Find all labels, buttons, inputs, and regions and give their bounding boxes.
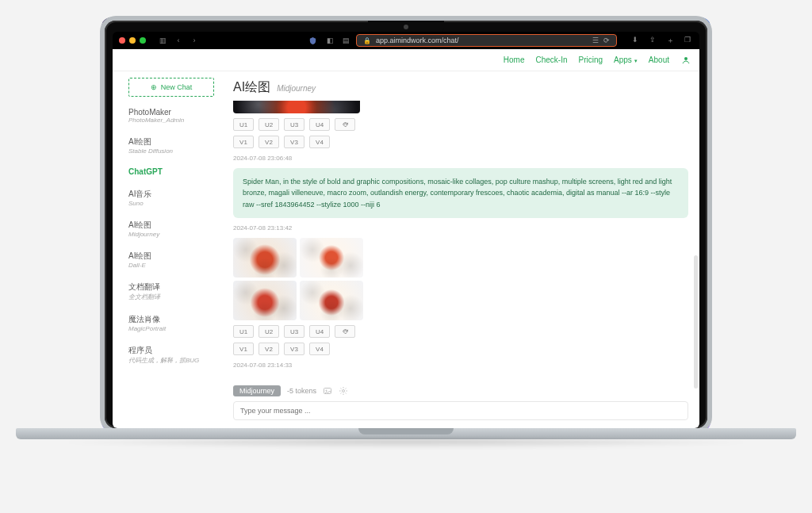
browser-chrome: ▥ ‹ › ◧ ▤ 🔒 app.aimindwork.com/chat/ ☰ ⟳…: [113, 32, 699, 49]
svg-point-0: [684, 57, 688, 60]
chat-log[interactable]: U1 U2 U3 U4 V1 V2 V3 V4: [222, 101, 699, 381]
sidebar-item-subtitle: 全文档翻译: [128, 293, 214, 301]
shield-icon[interactable]: [308, 36, 320, 45]
upscale-u1-button[interactable]: U1: [233, 325, 254, 338]
result-image-4[interactable]: [300, 281, 363, 320]
minimize-window-icon[interactable]: [129, 37, 136, 44]
sidebar-item-title: 程序员: [128, 345, 214, 356]
reroll-button[interactable]: [335, 118, 355, 131]
sidebar-item-subtitle: Dall-E: [128, 262, 214, 269]
user-avatar-icon[interactable]: [680, 55, 691, 66]
timestamp: 2024-07-08 23:13:42: [233, 224, 688, 232]
sidebar-item-magicportrait[interactable]: 魔法肖像 MagicPortrait: [128, 312, 214, 339]
window-controls[interactable]: [119, 37, 146, 44]
chat-header: AI绘图 Midjourney: [222, 71, 699, 101]
variation-v3-button[interactable]: V3: [284, 136, 304, 148]
nav-pricing[interactable]: Pricing: [578, 56, 603, 64]
reroll-button[interactable]: [335, 325, 355, 338]
result-image-3[interactable]: [233, 281, 297, 320]
message-input[interactable]: [233, 401, 688, 420]
extensions-icon[interactable]: ◧: [324, 36, 335, 44]
sidebar-item-chatgpt[interactable]: ChatGPT: [128, 166, 214, 182]
scrollbar-thumb[interactable]: [694, 255, 698, 389]
maximize-window-icon[interactable]: [140, 37, 146, 44]
variation-v4-button[interactable]: V4: [309, 136, 330, 148]
nav-home[interactable]: Home: [504, 56, 525, 64]
upscale-u4-button[interactable]: U4: [309, 118, 330, 131]
sidebar-item-photomaker[interactable]: PhotoMaker PhotoMaker_Admin: [128, 106, 214, 130]
result-image-2[interactable]: [300, 238, 363, 278]
tabs-icon[interactable]: ❐: [682, 36, 693, 46]
new-chat-button[interactable]: ⊕ New Chat: [128, 78, 214, 97]
lock-icon: 🔒: [363, 37, 371, 44]
variation-v1-button[interactable]: V1: [233, 136, 254, 148]
variation-v1-button[interactable]: V1: [233, 343, 254, 355]
sidebar-item-subtitle: PhotoMaker_Admin: [128, 117, 214, 124]
upscale-u2-button[interactable]: U2: [259, 118, 279, 131]
sidebar-item-subtitle: 代码生成，解释，抓BUG: [128, 356, 214, 365]
forward-icon[interactable]: ›: [189, 36, 200, 44]
sidebar-item-midjourney[interactable]: AI绘图 Midjourney: [128, 218, 214, 244]
sidebar-toggle-icon[interactable]: ▥: [157, 36, 168, 44]
sidebar-item-subtitle: Suno: [128, 200, 214, 207]
app-root: Home Check-In Pricing Apps About ⊕ New C…: [113, 49, 699, 428]
user-prompt-bubble: Spider Man, in the style of bold and gra…: [233, 168, 688, 218]
timestamp: 2024-07-08 23:14:33: [233, 362, 688, 369]
image-attach-icon[interactable]: [323, 386, 332, 396]
variation-v3-button[interactable]: V3: [284, 343, 304, 355]
sidebar-item-title: 魔法肖像: [128, 314, 214, 325]
result-grid: [233, 238, 688, 320]
top-nav: Home Check-In Pricing Apps About: [113, 49, 699, 71]
variation-v2-button[interactable]: V2: [259, 136, 279, 148]
result-thumbnails-prev: [233, 101, 688, 113]
sidebar-item-doctranslate[interactable]: 文档翻译 全文档翻译: [128, 280, 214, 308]
reader-mode-icon[interactable]: ☰: [592, 36, 599, 44]
new-tab-icon[interactable]: ＋: [665, 36, 676, 46]
plus-icon: ⊕: [151, 83, 157, 91]
refresh-icon: [342, 328, 349, 335]
back-icon[interactable]: ‹: [173, 36, 184, 44]
settings-gear-icon[interactable]: [339, 386, 348, 396]
upscale-u3-button[interactable]: U3: [284, 118, 304, 131]
sidebar-item-suno[interactable]: AI音乐 Suno: [128, 187, 214, 213]
laptop-deck: [16, 428, 796, 439]
reload-icon[interactable]: ⟳: [603, 36, 610, 44]
nav-apps-dropdown[interactable]: Apps: [614, 56, 638, 64]
sidebar-item-programmer[interactable]: 程序员 代码生成，解释，抓BUG: [128, 343, 214, 371]
page-subtitle: Midjourney: [277, 84, 316, 93]
address-text: app.aimindwork.com/chat/: [376, 36, 459, 44]
result-image-1[interactable]: [233, 238, 297, 278]
page-title: AI绘图: [233, 79, 270, 96]
nav-checkin[interactable]: Check-In: [535, 56, 567, 64]
variation-buttons: V1 V2 V3 V4: [233, 136, 688, 148]
sidebar-item-title: AI绘图: [128, 251, 214, 262]
upscale-u1-button[interactable]: U1: [233, 118, 254, 131]
composer: Midjourney -5 tokens: [222, 381, 699, 428]
svg-point-2: [326, 390, 327, 392]
download-icon[interactable]: ⬇: [630, 36, 641, 46]
share-icon[interactable]: ⇪: [647, 36, 658, 46]
sidebar-item-title: AI绘图: [128, 220, 214, 231]
sidebar-item-title: 文档翻译: [128, 281, 214, 293]
result-image[interactable]: [233, 101, 360, 113]
sidebar-item-stable-diffusion[interactable]: AI绘图 Stable Diffusion: [128, 135, 214, 161]
model-chip[interactable]: Midjourney: [233, 385, 281, 396]
sidebar-item-dalle[interactable]: AI绘图 Dall-E: [128, 249, 214, 275]
address-bar[interactable]: 🔒 app.aimindwork.com/chat/ ☰ ⟳: [356, 34, 617, 47]
variation-v2-button[interactable]: V2: [259, 343, 279, 355]
upscale-u4-button[interactable]: U4: [309, 325, 330, 338]
close-window-icon[interactable]: [119, 37, 125, 44]
svg-point-3: [343, 390, 345, 392]
variation-v4-button[interactable]: V4: [309, 343, 330, 355]
nav-about[interactable]: About: [649, 56, 669, 64]
reader-icon[interactable]: ▤: [340, 36, 351, 44]
sidebar-item-subtitle: Midjourney: [128, 231, 214, 238]
upscale-u3-button[interactable]: U3: [284, 325, 304, 338]
new-chat-label: New Chat: [161, 83, 193, 91]
screen: ▥ ‹ › ◧ ▤ 🔒 app.aimindwork.com/chat/ ☰ ⟳…: [113, 32, 699, 428]
sidebar-item-subtitle: Stable Diffusion: [128, 147, 214, 155]
upscale-u2-button[interactable]: U2: [259, 325, 279, 338]
upscale-buttons: U1 U2 U3 U4: [233, 325, 688, 338]
refresh-icon: [342, 121, 349, 128]
sidebar-item-subtitle: MagicPortrait: [128, 325, 214, 332]
